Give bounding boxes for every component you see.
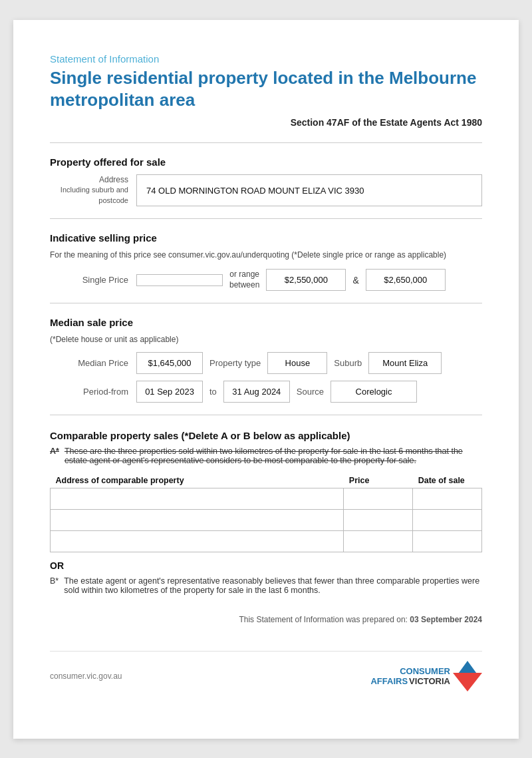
b-note-text: The estate agent or agent's representati… (64, 576, 482, 595)
median-row-2: Period-from 01 Sep 2023 to 31 Aug 2024 S… (50, 381, 482, 403)
prepared-text: This Statement of Information was prepar… (50, 615, 482, 624)
indicative-description: For the meaning of this price see consum… (50, 250, 482, 260)
period-from-label: Period-from (50, 387, 136, 397)
a-note-text: These are the three properties sold with… (65, 447, 482, 465)
price-low-box: $2,550,000 (266, 269, 346, 291)
table-row (51, 510, 482, 531)
logo-victoria: VICTORIA (409, 676, 450, 686)
b-note-block: B* The estate agent or agent's represent… (50, 576, 482, 595)
triangle-bottom-icon (453, 673, 482, 691)
suburb-label: Suburb (327, 358, 368, 368)
footer-url: consumer.vic.gov.au (50, 671, 122, 681)
median-price-label: Median Price (50, 358, 136, 368)
address-label: Address Including suburb and postcode (50, 175, 136, 206)
row2-price (344, 510, 413, 531)
address-block: Address Including suburb and postcode 74… (50, 174, 482, 206)
row3-address (51, 531, 344, 552)
logo-line1: CONSUMER (400, 666, 450, 677)
logo-text-wrapper: CONSUMER AFFAIRS VICTORIA (370, 666, 450, 687)
period-from-value: 01 Sep 2023 (136, 381, 203, 403)
logo-affairs: AFFAIRS (370, 676, 408, 686)
source-value: Corelogic (331, 381, 417, 403)
col-header-price: Price (344, 473, 413, 488)
single-price-label: Single Price (50, 275, 136, 285)
property-type-label: Property type (203, 358, 267, 368)
statement-label: Statement of Information (50, 53, 482, 65)
median-subtitle: (*Delete house or unit as applicable) (50, 335, 482, 344)
act-reference: Section 47AF of the Estate Agents Act 19… (50, 117, 482, 128)
median-row-1: Median Price $1,645,000 Property type Ho… (50, 352, 482, 374)
price-row: Single Price or range between $2,550,000… (50, 269, 482, 291)
a-label: A* (50, 447, 59, 465)
to-label: to (203, 387, 223, 397)
table-row (51, 488, 482, 510)
row1-address (51, 488, 344, 510)
col-header-address: Address of comparable property (51, 473, 344, 488)
row3-date (413, 531, 482, 552)
ampersand: & (346, 275, 365, 285)
col-header-date: Date of sale (413, 473, 482, 488)
row1-price (344, 488, 413, 510)
logo-triangles (453, 661, 482, 691)
median-heading: Median sale price (50, 317, 482, 328)
page: Statement of Information Single resident… (13, 20, 519, 739)
property-type-value: House (267, 352, 327, 374)
address-value: 74 OLD MORNINGTON ROAD MOUNT ELIZA VIC 3… (136, 174, 482, 206)
a-note-block: A* These are the three properties sold w… (50, 447, 482, 465)
indicative-heading: Indicative selling price (50, 232, 482, 244)
logo-consumer: CONSUMER (400, 666, 450, 677)
logo-line2: AFFAIRS VICTORIA (370, 676, 450, 686)
or-divider: OR (50, 560, 482, 571)
source-label: Source (290, 387, 331, 397)
row2-address (51, 510, 344, 531)
row2-date (413, 510, 482, 531)
or-range-text: or range between (223, 270, 266, 290)
suburb-value: Mount Eliza (368, 352, 442, 374)
comparable-table: Address of comparable property Price Dat… (50, 473, 482, 552)
median-price-value: $1,645,000 (136, 352, 203, 374)
comparable-heading: Comparable property sales (*Delete A or … (50, 430, 482, 441)
price-high-box: $2,650,000 (366, 269, 446, 291)
footer: consumer.vic.gov.au CONSUMER AFFAIRS VIC… (50, 651, 482, 691)
table-row (51, 531, 482, 552)
row3-price (344, 531, 413, 552)
row1-date (413, 488, 482, 510)
single-price-box (136, 274, 223, 286)
cav-logo: CONSUMER AFFAIRS VICTORIA (370, 661, 482, 691)
property-section-heading: Property offered for sale (50, 156, 482, 168)
b-label: B* (50, 576, 59, 595)
page-title: Single residential property located in t… (50, 67, 482, 110)
period-to-value: 31 Aug 2024 (223, 381, 290, 403)
